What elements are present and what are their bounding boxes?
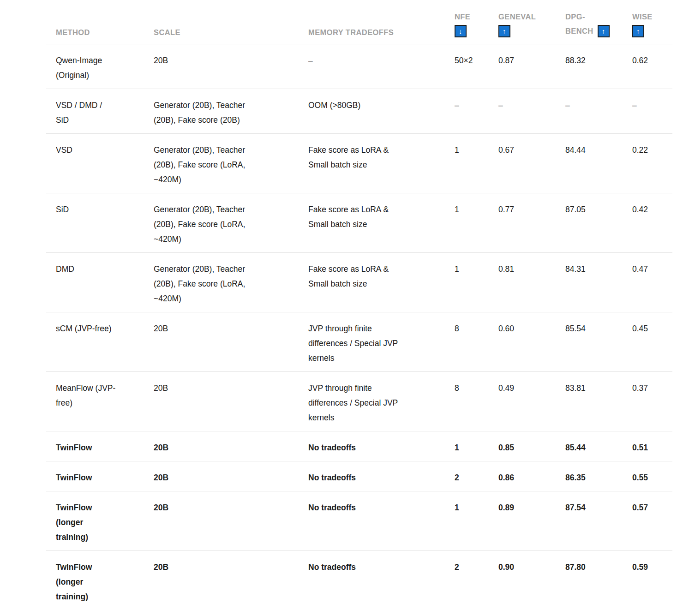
table-row: DMD Generator (20B), Teacher (20B), Fake… [46,252,672,312]
col-header-scale-label: SCALE [154,28,294,37]
method-cell: SiD [46,193,144,252]
scale-cell: Generator (20B), Teacher (20B), Fake sco… [144,252,299,312]
table-row: sCM (JVP-free) 20B JVP through finite di… [46,312,672,371]
arrow-up-icon: ↑ [498,25,510,37]
table-row: TwinFlow (longer training) 20B No tradeo… [46,550,672,610]
nfe-cell: – [445,89,489,133]
scale-cell: 20B [144,312,299,371]
col-header-method-label: METHOD [56,28,139,37]
dpg-bench-cell: 83.81 [556,371,623,431]
tradeoffs-cell: No tradeoffs [299,550,445,610]
method-cell: DMD [46,252,144,312]
scale-cell: 20B [144,550,299,610]
table-row: TwinFlow 20B No tradeoffs 1 0.85 85.44 0… [46,431,672,461]
nfe-cell: 8 [445,371,489,431]
dpg-bench-cell: 87.05 [556,193,623,252]
scale-cell: Generator (20B), Teacher (20B), Fake sco… [144,89,299,133]
geneval-cell: 0.90 [489,550,556,610]
geneval-cell: 0.85 [489,431,556,461]
nfe-cell: 8 [445,312,489,371]
method-cell: TwinFlow [46,431,144,461]
table-row: VSD Generator (20B), Teacher (20B), Fake… [46,133,672,193]
col-header-wise: WISE ↑ [623,0,672,44]
wise-cell: – [623,89,672,133]
nfe-cell: 1 [445,133,489,193]
nfe-cell: 1 [445,431,489,461]
method-cell: VSD / DMD / SiD [46,89,144,133]
geneval-cell: 0.87 [489,44,556,89]
scale-cell: Generator (20B), Teacher (20B), Fake sco… [144,193,299,252]
arrow-up-icon: ↑ [632,25,644,37]
geneval-cell: 0.81 [489,252,556,312]
geneval-cell: 0.89 [489,491,556,550]
table-row: TwinFlow 20B No tradeoffs 2 0.86 86.35 0… [46,461,672,491]
tradeoffs-cell: Fake score as LoRA & Small batch size [299,133,445,193]
method-cell: MeanFlow (JVP-free) [46,371,144,431]
wise-cell: 0.59 [623,550,672,610]
dpg-bench-cell: 88.32 [556,44,623,89]
scale-cell: 20B [144,44,299,89]
tradeoffs-cell: No tradeoffs [299,431,445,461]
table-row: Qwen-Image (Original) 20B – 50×2 0.87 88… [46,44,672,89]
arrow-down-icon: ↓ [455,25,467,37]
tradeoffs-cell: Fake score as LoRA & Small batch size [299,252,445,312]
scale-cell: 20B [144,431,299,461]
method-cell: sCM (JVP-free) [46,312,144,371]
tradeoffs-cell: JVP through finite differences / Special… [299,312,445,371]
col-header-geneval-label: GENEVAL [498,12,551,22]
nfe-cell: 50×2 [445,44,489,89]
table-row: VSD / DMD / SiD Generator (20B), Teacher… [46,89,672,133]
geneval-cell: 0.67 [489,133,556,193]
dpg-bench-cell: 87.80 [556,550,623,610]
dpg-bench-cell: 87.54 [556,491,623,550]
wise-cell: 0.22 [623,133,672,193]
tradeoffs-cell: No tradeoffs [299,461,445,491]
nfe-cell: 1 [445,491,489,550]
col-header-memory-tradeoffs: MEMORY TRADEOFFS [299,0,445,44]
nfe-cell: 2 [445,461,489,491]
table-row: MeanFlow (JVP-free) 20B JVP through fini… [46,371,672,431]
col-header-method: METHOD [46,0,144,44]
col-header-geneval: GENEVAL ↑ [489,0,556,44]
dpg-bench-cell: 86.35 [556,461,623,491]
geneval-cell: – [489,89,556,133]
geneval-cell: 0.49 [489,371,556,431]
scale-cell: 20B [144,371,299,431]
table-row: TwinFlow (longer training) 20B No tradeo… [46,491,672,550]
nfe-cell: 2 [445,550,489,610]
dpg-bench-cell: 85.44 [556,431,623,461]
geneval-cell: 0.60 [489,312,556,371]
tradeoffs-cell: – [299,44,445,89]
geneval-cell: 0.86 [489,461,556,491]
benchmark-table: METHOD SCALE MEMORY TRADEOFFS NFE ↓ GENE… [46,0,672,610]
nfe-cell: 1 [445,252,489,312]
method-cell: VSD [46,133,144,193]
col-header-nfe-label: NFE [455,12,484,22]
col-header-memory-tradeoffs-label: MEMORY TRADEOFFS [308,28,440,37]
method-cell: TwinFlow (longer training) [46,491,144,550]
dpg-bench-cell: 84.31 [556,252,623,312]
wise-cell: 0.47 [623,252,672,312]
col-header-dpg-bench-label2: BENCH [565,26,593,36]
dpg-bench-cell: – [556,89,623,133]
method-cell: Qwen-Image (Original) [46,44,144,89]
method-cell: TwinFlow [46,461,144,491]
wise-cell: 0.51 [623,431,672,461]
scale-cell: Generator (20B), Teacher (20B), Fake sco… [144,133,299,193]
tradeoffs-cell: No tradeoffs [299,491,445,550]
wise-cell: 0.42 [623,193,672,252]
wise-cell: 0.62 [623,44,672,89]
nfe-cell: 1 [445,193,489,252]
col-header-wise-label: WISE [632,12,668,22]
wise-cell: 0.45 [623,312,672,371]
wise-cell: 0.57 [623,491,672,550]
arrow-up-icon: ↑ [598,25,610,37]
col-header-scale: SCALE [144,0,299,44]
tradeoffs-cell: JVP through finite differences / Special… [299,371,445,431]
table-row: SiD Generator (20B), Teacher (20B), Fake… [46,193,672,252]
header-row: METHOD SCALE MEMORY TRADEOFFS NFE ↓ GENE… [46,0,672,44]
tradeoffs-cell: OOM (>80GB) [299,89,445,133]
scale-cell: 20B [144,461,299,491]
wise-cell: 0.37 [623,371,672,431]
scale-cell: 20B [144,491,299,550]
